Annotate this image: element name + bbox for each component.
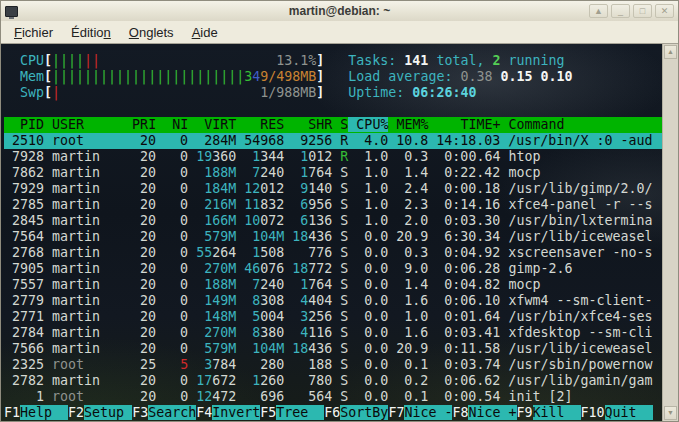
fnkey-f4[interactable]: F4Invert — [196, 405, 260, 420]
minimize-icon: _ — [618, 6, 623, 16]
terminal-window: martin@debian: ~ ▲_□✕ FichierÉditionOngl… — [0, 0, 679, 422]
window-buttons: ▲_□✕ — [589, 4, 678, 18]
tasks-summary: Tasks: 141 total, 2 running — [348, 53, 564, 68]
column-header-shr[interactable]: SHR — [292, 117, 332, 132]
uptime: Uptime: 06:26:40 — [348, 85, 476, 100]
shade-icon: ▲ — [594, 6, 603, 16]
close-button[interactable]: ✕ — [655, 4, 674, 18]
process-row[interactable]: 7928 martin 20 0 19360 1344 1012 R 1.0 0… — [4, 149, 662, 165]
scrollbar-down-icon[interactable]: ▼ — [664, 406, 677, 420]
process-row[interactable]: 2782 martin 20 0 17672 1260 780 S 0.0 0.… — [4, 373, 662, 389]
process-row[interactable]: 2779 martin 20 0 149M 8308 4404 S 0.0 1.… — [4, 293, 662, 309]
window-title: martin@debian: ~ — [1, 4, 678, 18]
blank-line — [4, 101, 662, 117]
minimize-button[interactable]: _ — [611, 4, 630, 18]
swap-meter-line: Swp[| 1/988MB] Uptime: 06:26:40 — [4, 85, 662, 101]
close-icon: ✕ — [661, 6, 669, 16]
process-row[interactable]: 7905 martin 20 0 270M 46076 18772 S 0.0 … — [4, 261, 662, 277]
process-row[interactable]: 2771 martin 20 0 148M 5004 3256 S 0.0 1.… — [4, 309, 662, 325]
process-row[interactable]: 2785 martin 20 0 216M 11832 6956 S 1.0 2… — [4, 197, 662, 213]
scrollbar-up-icon[interactable]: ▲ — [664, 45, 677, 59]
column-header-time[interactable]: TIME+ — [436, 117, 500, 132]
titlebar[interactable]: martin@debian: ~ ▲_□✕ — [1, 1, 678, 21]
column-header-ni[interactable]: NI — [164, 117, 188, 132]
function-key-bar: F1Help F2Setup F3SearchF4InvertF5Tree F6… — [4, 405, 662, 421]
column-header-mem[interactable]: MEM% — [396, 117, 428, 132]
menu-item-dition[interactable]: Édition — [64, 22, 118, 43]
fnkey-f10[interactable]: F10Quit — [581, 405, 653, 420]
process-row[interactable]: 2325 root 25 5 3784 280 188 S 0.0 0.1 0:… — [4, 357, 662, 373]
process-table-header: PID USER PRI NI VIRT RES SHR S CPU% MEM%… — [4, 117, 662, 133]
fnkey-f9[interactable]: F9Kill — [517, 405, 581, 420]
menu-item-aide[interactable]: Aide — [185, 22, 225, 43]
cpu-meter-line: CPU[|||||| 13.1%] Tasks: 141 total, 2 ru… — [4, 53, 662, 69]
fnkey-f8[interactable]: F8Nice + — [452, 405, 516, 420]
menu-item-onglets[interactable]: Onglets — [122, 22, 181, 43]
fnkey-f6[interactable]: F6SortBy — [324, 405, 388, 420]
column-header-virt[interactable]: VIRT — [196, 117, 236, 132]
column-header-user[interactable]: USER — [52, 117, 124, 132]
process-row[interactable]: 2845 martin 20 0 166M 10072 6136 S 1.0 2… — [4, 213, 662, 229]
maximize-icon: □ — [640, 6, 645, 16]
fnkey-f1[interactable]: F1Help — [4, 405, 68, 420]
htop-output: CPU[|||||| 13.1%] Tasks: 141 total, 2 ru… — [1, 44, 662, 421]
fnkey-f2[interactable]: F2Setup — [68, 405, 132, 420]
process-row[interactable]: 7862 martin 20 0 188M 7240 1764 S 1.0 1.… — [4, 165, 662, 181]
process-row[interactable]: 7564 martin 20 0 579M 104M 18436 S 0.0 2… — [4, 229, 662, 245]
process-row[interactable]: 1 root 20 0 12472 696 564 S 0.0 0.1 0:00… — [4, 389, 662, 405]
menubar: FichierÉditionOngletsAide — [1, 21, 678, 44]
process-row[interactable]: 7929 martin 20 0 184M 12012 9140 S 1.0 2… — [4, 181, 662, 197]
scrollbar[interactable]: ▲ ▼ — [662, 44, 678, 421]
column-header-res[interactable]: RES — [244, 117, 284, 132]
process-row[interactable]: 7557 martin 20 0 188M 7240 1764 S 0.0 1.… — [4, 277, 662, 293]
mem-meter-line: Mem[||||||||||||||||||||||||349/498MB] L… — [4, 69, 662, 85]
mem-meter: Mem[||||||||||||||||||||||||349/498MB] — [4, 69, 324, 84]
maximize-button[interactable]: □ — [633, 4, 652, 18]
process-row[interactable]: 2768 martin 20 0 55264 1508 776 S 0.0 0.… — [4, 245, 662, 261]
menu-item-fichier[interactable]: Fichier — [7, 22, 60, 43]
process-row[interactable]: 7566 martin 20 0 579M 104M 18436 S 0.0 2… — [4, 341, 662, 357]
shade-button[interactable]: ▲ — [589, 4, 608, 18]
process-row[interactable]: 2784 martin 20 0 270M 8380 4116 S 0.0 1.… — [4, 325, 662, 341]
cpu-meter: CPU[|||||| 13.1%] — [4, 53, 324, 68]
swap-meter: Swp[| 1/988MB] — [4, 85, 324, 100]
load-average: Load average: 0.38 0.15 0.10 — [348, 69, 572, 84]
terminal-screen: CPU[|||||| 13.1%] Tasks: 141 total, 2 ru… — [1, 44, 678, 421]
fnkey-f5[interactable]: F5Tree — [260, 405, 324, 420]
column-header-pid[interactable]: PID — [4, 117, 44, 132]
column-header-command[interactable]: Command — [509, 117, 565, 132]
process-row[interactable]: 2510 root 20 0 284M 54968 9256 R 4.0 10.… — [4, 133, 662, 149]
column-header-pri[interactable]: PRI — [124, 117, 156, 132]
fnkey-f7[interactable]: F7Nice - — [388, 405, 452, 420]
fnkey-f3[interactable]: F3Search — [132, 405, 196, 420]
column-header-cpu[interactable]: CPU% — [348, 117, 388, 132]
